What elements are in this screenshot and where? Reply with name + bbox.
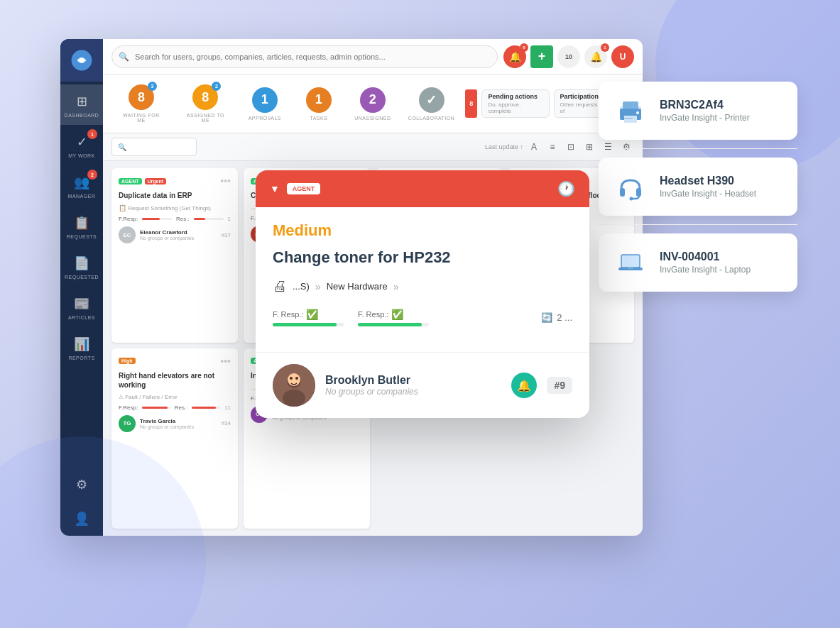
expand-icon[interactable]: ⊡: [563, 139, 579, 155]
filter-input[interactable]: [111, 138, 197, 156]
approvals-count: 1: [252, 87, 278, 113]
add-btn[interactable]: +: [530, 45, 553, 68]
right-panel: BRN3C2Af4 InvGate Insight - Printer Head…: [599, 82, 797, 292]
detail-popup: ▼ AGENT 🕐 Medium Change toner for HP232 …: [256, 170, 589, 418]
alert-btn[interactable]: 🔔 1: [584, 45, 607, 68]
tab-assigned[interactable]: 8 2 ASSIGNED TO ME: [175, 80, 236, 127]
detail-hash-badge: #9: [547, 377, 572, 394]
detail-notif-badge: 🔔: [511, 373, 537, 398]
detail-user-name: Brooklyn Butler: [325, 374, 501, 387]
waiting-badge: 3: [148, 82, 157, 91]
breadcrumb-dots: ...S): [293, 281, 310, 292]
progress-res-fill-1: [194, 218, 206, 220]
card-stats-5: F.Resp: Res.: 11: [119, 404, 231, 411]
topbar-right: 🔔 0 + 10 🔔 1 U: [503, 45, 634, 68]
card-meta-1: 📋 Request Something (Get Things): [119, 204, 231, 211]
alert-badge: 1: [601, 43, 609, 52]
waiting-count: 8 3: [129, 84, 154, 110]
topbar: 🔍 🔔 0 + 10 🔔 1 U: [103, 39, 643, 75]
tab-tasks[interactable]: 1 TASKS: [294, 83, 344, 125]
resp-progress-1: [273, 323, 344, 326]
card-menu-1[interactable]: •••: [220, 175, 231, 187]
svg-point-6: [290, 377, 293, 380]
progress-fill-1: [142, 218, 160, 220]
user-avatar[interactable]: U: [611, 45, 634, 68]
sidebar-item-manager[interactable]: 👥 MANAGER 2: [60, 165, 103, 206]
detail-user-info: Brooklyn Butler No groups or companies: [325, 374, 501, 397]
breadcrumb-text: New Hardware: [327, 281, 388, 292]
card-header-1: AGENT Urgent •••: [119, 175, 231, 187]
detail-body: Medium Change toner for HP232 🖨 ...S) » …: [256, 207, 589, 352]
tab-collaboration[interactable]: ✓ COLLABORATION: [402, 83, 462, 125]
detail-breadcrumb: 🖨 ...S) » New Hardware »: [273, 278, 572, 294]
detail-agent-badge: AGENT: [287, 183, 321, 194]
asset-sub-headset: InvGate Insight - Headset: [660, 189, 783, 199]
agent-badge-1: AGENT: [119, 178, 142, 184]
card-meta-5: ⚠ Fault / Failure / Error: [119, 394, 231, 400]
resp-progress-fill-2: [358, 323, 422, 326]
mywork-badge: 1: [87, 129, 97, 139]
card-menu-5[interactable]: •••: [220, 356, 231, 367]
tab-approvals[interactable]: 1 APPROVALS: [240, 83, 290, 125]
sidebar-logo[interactable]: [60, 39, 103, 82]
svg-rect-22: [628, 268, 633, 269]
laptop-icon: [613, 245, 648, 280]
assigned-badge: 2: [212, 82, 221, 91]
resp-label-1: F. Resp.: ✅: [273, 309, 344, 320]
svg-rect-15: [620, 188, 625, 197]
stat-fresp-1: F.Resp:: [119, 216, 138, 222]
progress-res-5: [192, 407, 220, 409]
headset-icon: [613, 169, 648, 204]
resp-label-2: F. Resp.: ✅: [358, 309, 429, 320]
asset-info-laptop: INV-004001 InvGate Insight - Laptop: [660, 250, 783, 275]
svg-rect-11: [623, 101, 638, 109]
tab-waiting[interactable]: 8 3 WAITING FOR ME: [111, 80, 171, 127]
stat-res-1: Res.:: [176, 216, 190, 222]
sidebar-item-reports[interactable]: 📊 REPORTS: [60, 327, 103, 368]
progress-res-fill-5: [192, 407, 216, 409]
asset-card-printer[interactable]: BRN3C2Af4 InvGate Insight - Printer: [599, 82, 797, 140]
search-input[interactable]: [111, 45, 498, 68]
footer-info-1: Eleanor Crawford No groups or companies: [140, 229, 217, 241]
resp-counter: 🔄 2 ...: [541, 312, 572, 323]
sidebar-item-mywork[interactable]: ✓ MY WORK 1: [60, 125, 103, 165]
dashboard-icon: ⊞: [72, 92, 92, 111]
resp-progress-fill-1: [273, 323, 337, 326]
card-stats-1: F.Resp: Res.: 1: [119, 216, 231, 222]
grid-view-icon[interactable]: ⊞: [582, 139, 597, 155]
svg-rect-16: [636, 188, 641, 197]
detail-avatar: [273, 364, 315, 407]
asset-name-printer: BRN3C2Af4: [660, 99, 783, 111]
filter-icon[interactable]: A: [526, 139, 542, 155]
detail-title: Change toner for HP232: [273, 248, 572, 267]
assigned-count: 8 2: [192, 84, 218, 110]
unassigned-count: 2: [360, 87, 386, 113]
card-num-5: 11: [224, 404, 231, 411]
sidebar-item-dashboard[interactable]: ⊞ DASHBOARD: [60, 84, 103, 125]
sidebar-item-articles[interactable]: 📰 ARTICLES: [60, 287, 103, 327]
notification-bell-btn[interactable]: 🔔 0: [503, 45, 526, 68]
refresh-icon: 🔄: [541, 312, 552, 323]
sidebar-item-requested[interactable]: 📄 REQUESTED: [60, 246, 103, 287]
tab-unassigned[interactable]: 2 UNASSIGNED: [348, 83, 398, 125]
panel-divider-2: [599, 224, 797, 225]
priority-badge-1: Urgent: [145, 178, 167, 184]
ticket-card-1[interactable]: AGENT Urgent ••• Duplicate data in ERP 📋…: [111, 168, 238, 343]
breadcrumb-arrow2-icon: »: [393, 281, 399, 292]
sidebar-item-requests[interactable]: 📋 REQUESTS: [60, 206, 103, 246]
panel-divider-1: [599, 148, 797, 149]
asset-sub-laptop: InvGate Insight - Laptop: [660, 265, 783, 275]
pending-actions-card[interactable]: Pending actions Do, approve, complete: [481, 89, 549, 118]
detail-arrow-icon: ▼: [270, 183, 280, 194]
sub-toolbar: Last update ↑ A ≡ ⊡ ⊞ ☰ ⚙: [103, 133, 643, 161]
svg-point-17: [630, 197, 633, 201]
asset-name-headset: Headset H390: [660, 175, 783, 187]
asset-card-laptop[interactable]: INV-004001 InvGate Insight - Laptop: [599, 233, 797, 292]
counter-btn[interactable]: 10: [557, 45, 580, 68]
svg-rect-14: [624, 118, 633, 119]
resp-item-1: F. Resp.: ✅: [273, 309, 344, 326]
search-icon: 🔍: [119, 52, 129, 62]
footer-num-5: #34: [222, 420, 231, 426]
sort-icon[interactable]: ≡: [545, 139, 560, 155]
asset-card-headset[interactable]: Headset H390 InvGate Insight - Headset: [599, 158, 797, 216]
